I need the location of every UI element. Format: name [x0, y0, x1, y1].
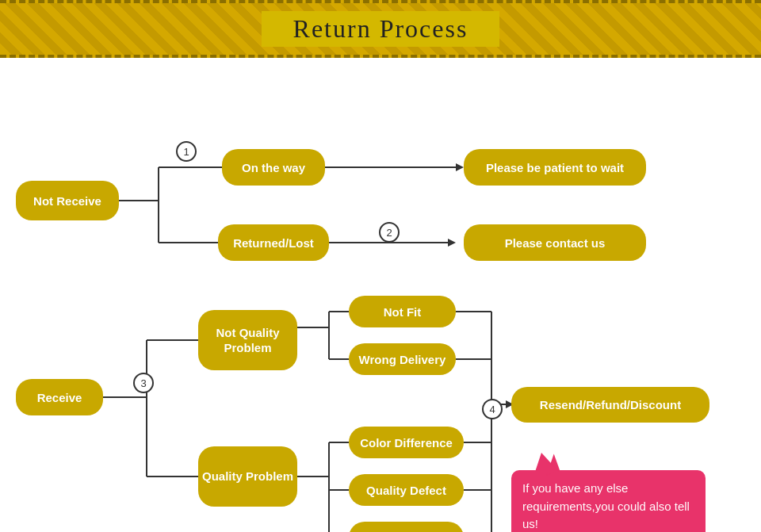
- flow-lines: [0, 58, 761, 532]
- quality-problem-box: Quality Problem: [198, 446, 297, 507]
- callout-bubble: If you have any else requirements,you co…: [511, 470, 706, 532]
- header: Return Process: [0, 0, 761, 58]
- step-circle-2: 2: [379, 222, 400, 243]
- quality-defect-box: Quality Defect: [349, 474, 464, 506]
- please-contact-box: Please contact us: [464, 224, 646, 261]
- step-circle-3: 3: [133, 373, 154, 393]
- not-fit-box: Not Fit: [349, 296, 456, 327]
- diagram: Not Receive On the way Returned/Lost Ple…: [0, 58, 761, 532]
- svg-marker-32: [535, 453, 559, 472]
- not-receive-box: Not Receive: [16, 181, 119, 220]
- resend-refund-box: Resend/Refund/Discount: [511, 387, 709, 423]
- please-wait-box: Please be patient to wait: [464, 149, 646, 186]
- wrong-delivery-box: Wrong Delivery: [349, 343, 456, 375]
- step-circle-1: 1: [176, 141, 197, 162]
- svg-marker-7: [448, 239, 456, 247]
- receive-box: Receive: [16, 379, 103, 415]
- not-quality-problem-box: Not Quality Problem: [198, 310, 297, 370]
- on-the-way-box: On the way: [222, 149, 325, 186]
- callout-arrow-icon: [535, 453, 559, 472]
- color-difference-box: Color Difference: [349, 427, 464, 458]
- damage-box: Damage: [349, 522, 464, 532]
- returned-lost-box: Returned/Lost: [218, 224, 329, 261]
- page-title: Return Process: [262, 11, 500, 47]
- step-circle-4: 4: [482, 399, 503, 419]
- svg-marker-4: [456, 163, 464, 171]
